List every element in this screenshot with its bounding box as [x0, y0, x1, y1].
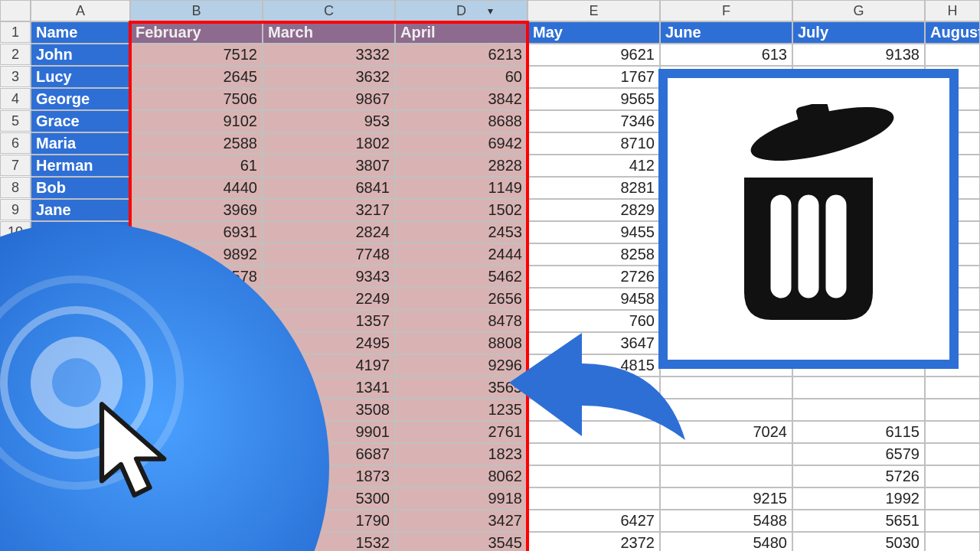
row-header-7[interactable]: 7 — [0, 155, 31, 176]
row-header-5[interactable]: 5 — [0, 110, 31, 132]
cell-E6[interactable]: 8710 — [528, 132, 660, 155]
cell-D17[interactable]: 3565 — [395, 377, 528, 399]
cell-H22[interactable] — [925, 487, 980, 510]
cell-E2[interactable]: 9621 — [528, 44, 660, 66]
cell-A3[interactable]: Lucy — [31, 66, 130, 88]
cell-H23[interactable] — [925, 510, 980, 532]
cell-D8[interactable]: 1149 — [395, 177, 528, 199]
cell-A8[interactable]: Bob — [31, 177, 130, 199]
cell-G21[interactable]: 5726 — [792, 465, 925, 487]
cell-G24[interactable]: 5030 — [792, 532, 925, 551]
cell-D21[interactable]: 8062 — [395, 465, 528, 487]
cell-H24[interactable] — [925, 532, 980, 551]
cell-E3[interactable]: 1767 — [528, 66, 660, 88]
cell-C11[interactable]: 7748 — [263, 243, 395, 266]
cell-D9[interactable]: 1502 — [395, 199, 528, 221]
column-header-F[interactable]: F — [660, 0, 792, 21]
cell-E9[interactable]: 2829 — [528, 199, 660, 221]
cell-D6[interactable]: 6942 — [395, 132, 528, 155]
cell-B7[interactable]: 61 — [130, 155, 263, 177]
row-header-1[interactable]: 1 — [0, 21, 31, 43]
cell-H21[interactable] — [925, 465, 980, 487]
cell-C10[interactable]: 2824 — [263, 221, 395, 243]
column-header-A[interactable]: A — [31, 0, 130, 21]
cell-C3[interactable]: 3632 — [263, 66, 395, 88]
cell-A9[interactable]: Jane — [31, 199, 130, 221]
cell-H2[interactable] — [925, 44, 980, 66]
header-cell-H[interactable]: August — [925, 21, 980, 44]
cell-E5[interactable]: 7346 — [528, 110, 660, 132]
cell-C2[interactable]: 3332 — [263, 44, 395, 66]
row-header-4[interactable]: 4 — [0, 88, 31, 109]
cell-E21[interactable] — [528, 465, 660, 487]
cell-D16[interactable]: 9296 — [395, 354, 528, 377]
cell-D19[interactable]: 2761 — [395, 421, 528, 443]
cell-E8[interactable]: 8281 — [528, 177, 660, 199]
row-header-9[interactable]: 9 — [0, 199, 31, 220]
cell-H18[interactable] — [925, 399, 980, 421]
cell-E23[interactable]: 6427 — [528, 510, 660, 532]
cell-D3[interactable]: 60 — [395, 66, 528, 88]
cell-D20[interactable]: 1823 — [395, 443, 528, 465]
cell-F22[interactable]: 9215 — [660, 487, 792, 510]
column-header-H[interactable]: H — [925, 0, 980, 21]
header-cell-B[interactable]: February — [130, 21, 263, 44]
cell-H17[interactable] — [925, 377, 980, 399]
row-header-3[interactable]: 3 — [0, 66, 31, 87]
cell-H19[interactable] — [925, 421, 980, 443]
cell-E13[interactable]: 9458 — [528, 288, 660, 310]
cell-B6[interactable]: 2588 — [130, 132, 263, 155]
column-header-C[interactable]: C — [263, 0, 395, 21]
row-header-6[interactable]: 6 — [0, 132, 31, 154]
cell-D15[interactable]: 8808 — [395, 332, 528, 354]
cell-B8[interactable]: 4440 — [130, 177, 263, 199]
column-header-E[interactable]: E — [528, 0, 660, 21]
cell-C5[interactable]: 953 — [263, 110, 395, 132]
cell-F21[interactable] — [660, 465, 792, 487]
cell-D2[interactable]: 6213 — [395, 44, 528, 66]
column-header-B[interactable]: B — [130, 0, 263, 21]
cell-G2[interactable]: 9138 — [792, 44, 925, 66]
cell-E7[interactable]: 412 — [528, 155, 660, 177]
cell-G23[interactable]: 5651 — [792, 510, 925, 532]
cell-G18[interactable] — [792, 399, 925, 421]
cell-F24[interactable]: 5480 — [660, 532, 792, 551]
cell-D18[interactable]: 1235 — [395, 399, 528, 421]
cell-D22[interactable]: 9918 — [395, 487, 528, 510]
cell-B9[interactable]: 3969 — [130, 199, 263, 221]
cell-C6[interactable]: 1802 — [263, 132, 395, 155]
header-cell-D[interactable]: April — [395, 21, 528, 44]
cell-G19[interactable]: 6115 — [792, 421, 925, 443]
cell-D7[interactable]: 2828 — [395, 155, 528, 177]
header-cell-F[interactable]: June — [660, 21, 792, 44]
cell-E11[interactable]: 8258 — [528, 243, 660, 266]
cell-C4[interactable]: 9867 — [263, 88, 395, 110]
header-cell-E[interactable]: May — [528, 21, 660, 44]
cell-B4[interactable]: 7506 — [130, 88, 263, 110]
cell-E12[interactable]: 2726 — [528, 266, 660, 288]
row-header-8[interactable]: 8 — [0, 177, 31, 198]
cell-H20[interactable] — [925, 443, 980, 465]
cell-B3[interactable]: 2645 — [130, 66, 263, 88]
header-cell-A[interactable]: Name — [31, 21, 130, 44]
cell-D11[interactable]: 2444 — [395, 243, 528, 266]
column-header-D[interactable]: D — [395, 0, 528, 21]
cell-D13[interactable]: 2656 — [395, 288, 528, 310]
cell-D24[interactable]: 3545 — [395, 532, 528, 551]
column-header-G[interactable]: G — [792, 0, 925, 21]
cell-C7[interactable]: 3807 — [263, 155, 395, 177]
cell-C13[interactable]: 2249 — [263, 288, 395, 310]
cell-C9[interactable]: 3217 — [263, 199, 395, 221]
cell-C8[interactable]: 6841 — [263, 177, 395, 199]
cell-C12[interactable]: 9343 — [263, 266, 395, 288]
cell-D10[interactable]: 2453 — [395, 221, 528, 243]
cell-D4[interactable]: 3842 — [395, 88, 528, 110]
select-all-corner[interactable] — [0, 0, 31, 21]
cell-E24[interactable]: 2372 — [528, 532, 660, 551]
cell-D14[interactable]: 8478 — [395, 310, 528, 332]
cell-B5[interactable]: 9102 — [130, 110, 263, 132]
cell-G17[interactable] — [792, 377, 925, 399]
cell-A7[interactable]: Herman — [31, 155, 130, 177]
row-header-2[interactable]: 2 — [0, 44, 31, 65]
cell-D23[interactable]: 3427 — [395, 510, 528, 532]
